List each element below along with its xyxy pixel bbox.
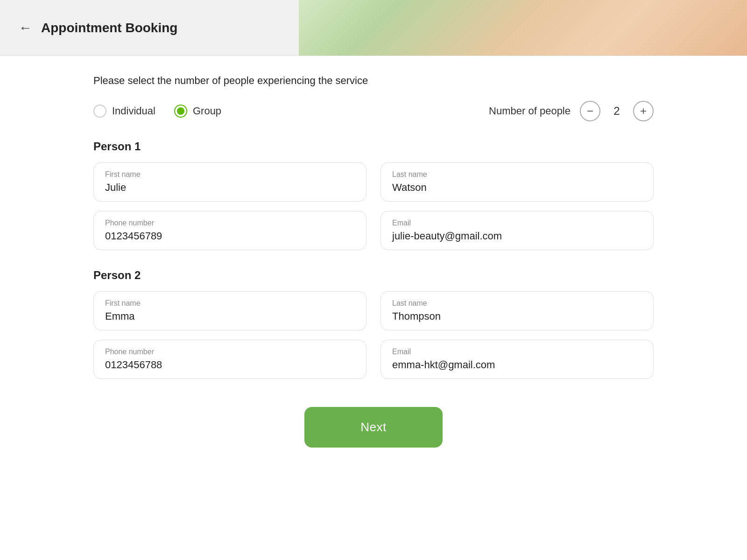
person-1-contact-row: Phone number 0123456789 Email julie-beau… [93, 211, 654, 250]
person-1-section: Person 1 First name Julie Last name Wats… [93, 140, 654, 250]
person-1-title: Person 1 [93, 140, 654, 153]
person-2-first-name-field[interactable]: First name Emma [93, 291, 366, 330]
person-1-first-name-label: First name [105, 170, 355, 179]
people-count-controls: Number of people − 2 + [489, 101, 654, 121]
person-2-section: Person 2 First name Emma Last name Thomp… [93, 269, 654, 379]
page-title: Appointment Booking [41, 21, 177, 35]
person-2-contact-row: Phone number 0123456788 Email emma-hkt@g… [93, 340, 654, 379]
group-label: Group [193, 105, 221, 117]
person-2-first-name-label: First name [105, 299, 355, 308]
person-1-last-name-field[interactable]: Last name Watson [381, 162, 654, 202]
person-2-name-row: First name Emma Last name Thompson [93, 291, 654, 330]
person-2-email-value: emma-hkt@gmail.com [392, 359, 642, 371]
person-2-phone-field[interactable]: Phone number 0123456788 [93, 340, 366, 379]
person-2-first-name-value: Emma [105, 310, 355, 322]
header: ← Appointment Booking [0, 0, 747, 56]
back-button[interactable]: ← [19, 21, 32, 35]
person-1-phone-label: Phone number [105, 219, 355, 227]
person-1-email-field[interactable]: Email julie-beauty@gmail.com [381, 211, 654, 250]
service-controls: Individual Group Number of people − 2 + [93, 101, 654, 121]
person-1-last-name-label: Last name [392, 170, 642, 179]
person-2-last-name-field[interactable]: Last name Thompson [381, 291, 654, 330]
person-1-first-name-field[interactable]: First name Julie [93, 162, 366, 202]
group-radio[interactable]: Group [174, 105, 221, 118]
group-radio-circle [174, 105, 187, 118]
individual-radio-circle [93, 105, 106, 118]
person-1-phone-field[interactable]: Phone number 0123456789 [93, 211, 366, 250]
person-1-phone-value: 0123456789 [105, 230, 355, 242]
main-content: Please select the number of people exper… [0, 56, 747, 485]
person-2-last-name-label: Last name [392, 299, 642, 308]
selection-prompt: Please select the number of people exper… [93, 75, 654, 87]
person-1-email-value: julie-beauty@gmail.com [392, 230, 642, 242]
person-2-email-field[interactable]: Email emma-hkt@gmail.com [381, 340, 654, 379]
person-2-phone-value: 0123456788 [105, 359, 355, 371]
people-label: Number of people [489, 105, 571, 117]
header-background-image [299, 0, 747, 56]
person-1-name-row: First name Julie Last name Watson [93, 162, 654, 202]
person-2-last-name-value: Thompson [392, 310, 642, 322]
footer-button-row: Next [93, 407, 654, 466]
increment-button[interactable]: + [633, 101, 654, 121]
next-button[interactable]: Next [304, 407, 442, 448]
people-count-value: 2 [610, 105, 624, 118]
person-2-title: Person 2 [93, 269, 654, 282]
person-1-last-name-value: Watson [392, 182, 642, 194]
decrement-button[interactable]: − [580, 101, 600, 121]
person-2-phone-label: Phone number [105, 348, 355, 356]
person-1-email-label: Email [392, 219, 642, 227]
person-1-first-name-value: Julie [105, 182, 355, 194]
person-2-email-label: Email [392, 348, 642, 356]
individual-radio[interactable]: Individual [93, 105, 155, 118]
individual-label: Individual [112, 105, 155, 117]
